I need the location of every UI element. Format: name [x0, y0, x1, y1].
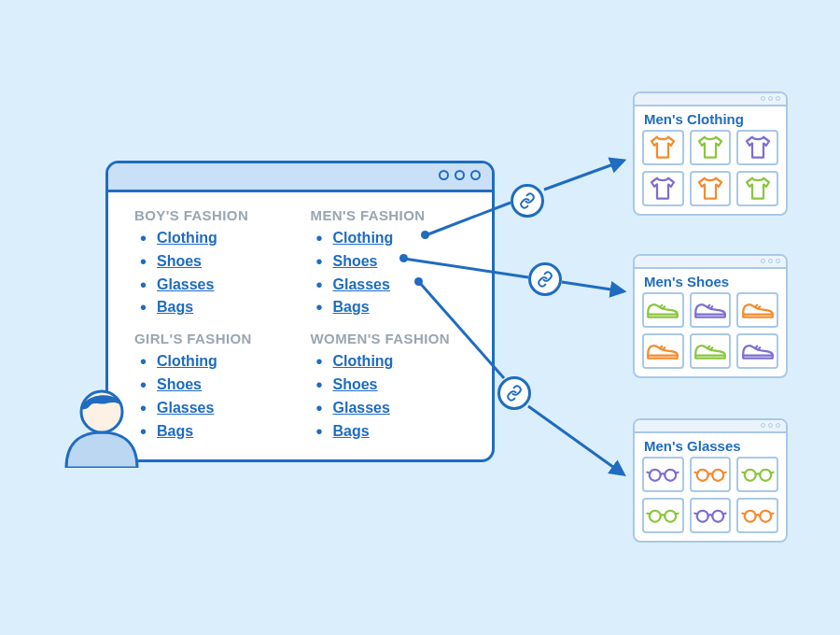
svg-point-31: [665, 511, 677, 522]
svg-point-34: [697, 511, 708, 522]
link-icon: [497, 376, 531, 410]
category-heading-girls: GIRL'S FASHION: [134, 331, 303, 346]
main-window-content: BOY'S FASHION Clothing Shoes Glasses Bag…: [108, 192, 492, 448]
target-shoes-grid: [635, 292, 786, 376]
product-tile-sneaker[interactable]: [736, 333, 778, 369]
link-womens-clothing[interactable]: Clothing: [333, 353, 394, 369]
svg-line-29: [770, 473, 773, 473]
svg-point-39: [760, 511, 771, 522]
svg-line-2: [663, 306, 665, 308]
link-boys-glasses[interactable]: Glasses: [157, 276, 214, 292]
svg-line-25: [722, 473, 725, 473]
target-glasses-titlebar: [635, 420, 786, 433]
svg-line-14: [710, 347, 712, 349]
main-window-titlebar: [108, 163, 492, 192]
product-tile-tshirt[interactable]: [642, 130, 684, 165]
link-womens-glasses[interactable]: Glasses: [333, 400, 390, 416]
product-tile-glasses[interactable]: [642, 498, 684, 533]
svg-line-7: [755, 305, 757, 307]
window-controls: [439, 170, 481, 180]
svg-line-24: [694, 473, 697, 473]
svg-line-4: [707, 305, 709, 307]
origin-dot-shoes: [399, 254, 408, 262]
link-girls-shoes[interactable]: Shoes: [157, 376, 202, 392]
link-girls-clothing[interactable]: Clothing: [157, 353, 217, 369]
svg-line-13: [707, 346, 709, 348]
product-tile-glasses[interactable]: [690, 498, 732, 533]
svg-line-16: [755, 346, 757, 348]
link-womens-shoes[interactable]: Shoes: [333, 376, 378, 392]
category-heading-womens: WOMEN'S FASHION: [311, 331, 480, 346]
category-list-mens: Clothing Shoes Glasses Bags: [311, 227, 480, 319]
svg-line-33: [676, 514, 679, 515]
link-womens-bags[interactable]: Bags: [333, 423, 370, 439]
svg-point-26: [744, 470, 755, 481]
window-controls: [761, 259, 780, 263]
origin-dot-clothing: [421, 231, 429, 239]
link-girls-bags[interactable]: Bags: [157, 423, 193, 439]
product-tile-tshirt[interactable]: [642, 171, 684, 206]
svg-point-30: [650, 511, 661, 522]
category-list-womens: Clothing Shoes Glasses Bags: [311, 350, 480, 443]
category-heading-mens: MEN'S FASHION: [311, 207, 480, 223]
category-girls: GIRL'S FASHION Clothing Shoes Glasses Ba…: [134, 331, 303, 448]
link-mens-bags[interactable]: Bags: [333, 299, 370, 315]
link-mens-clothing[interactable]: Clothing: [333, 230, 394, 246]
product-tile-sneaker[interactable]: [642, 292, 684, 328]
svg-point-38: [744, 511, 755, 522]
svg-line-41: [770, 514, 773, 515]
window-controls: [761, 423, 780, 428]
target-window-glasses: Men's Glasses: [633, 418, 788, 543]
link-girls-glasses[interactable]: Glasses: [157, 400, 214, 416]
target-shoes-titlebar: [635, 256, 786, 269]
product-tile-tshirt[interactable]: [690, 171, 732, 206]
svg-line-11: [663, 347, 665, 349]
svg-line-1: [660, 305, 662, 307]
link-mens-shoes[interactable]: Shoes: [333, 253, 378, 269]
svg-line-21: [676, 473, 679, 473]
link-icon: [528, 262, 562, 296]
category-heading-boys: BOY'S FASHION: [134, 207, 303, 223]
svg-point-23: [712, 470, 723, 481]
product-tile-glasses[interactable]: [642, 457, 684, 492]
svg-point-22: [697, 470, 708, 481]
svg-line-36: [694, 514, 697, 515]
target-glasses-grid: [635, 457, 786, 541]
svg-point-35: [712, 511, 723, 522]
link-boys-bags[interactable]: Bags: [157, 299, 193, 315]
product-tile-sneaker[interactable]: [690, 333, 732, 369]
target-clothing-grid: [635, 130, 786, 214]
svg-point-27: [760, 470, 771, 481]
svg-point-19: [665, 470, 677, 481]
product-tile-sneaker[interactable]: [690, 292, 732, 328]
target-window-shoes: Men's Shoes: [633, 254, 788, 378]
main-browser-window: BOY'S FASHION Clothing Shoes Glasses Bag…: [105, 161, 495, 462]
target-glasses-title: Men's Glasses: [635, 433, 786, 457]
svg-line-44: [544, 161, 623, 190]
svg-line-32: [648, 514, 651, 515]
target-shoes-title: Men's Shoes: [635, 269, 786, 292]
category-boys: BOY'S FASHION Clothing Shoes Glasses Bag…: [134, 207, 303, 325]
svg-line-28: [742, 473, 745, 473]
category-list-girls: Clothing Shoes Glasses Bags: [134, 350, 303, 443]
category-list-boys: Clothing Shoes Glasses Bags: [134, 227, 303, 319]
product-tile-tshirt[interactable]: [690, 130, 732, 165]
link-boys-clothing[interactable]: Clothing: [157, 230, 217, 246]
origin-dot-glasses: [414, 277, 423, 286]
product-tile-sneaker[interactable]: [736, 292, 778, 328]
target-clothing-title: Men's Clothing: [635, 106, 786, 130]
target-clothing-titlebar: [635, 93, 786, 106]
product-tile-tshirt[interactable]: [736, 130, 778, 165]
link-mens-glasses[interactable]: Glasses: [333, 276, 390, 292]
target-window-clothing: Men's Clothing: [633, 92, 788, 216]
category-mens: MEN'S FASHION Clothing Shoes Glasses Bag…: [311, 207, 480, 325]
product-tile-glasses[interactable]: [736, 498, 778, 533]
svg-line-8: [758, 306, 760, 308]
product-tile-glasses[interactable]: [736, 457, 778, 492]
product-tile-tshirt[interactable]: [736, 171, 778, 206]
product-tile-glasses[interactable]: [690, 457, 732, 492]
product-tile-sneaker[interactable]: [642, 333, 684, 369]
link-boys-shoes[interactable]: Shoes: [157, 253, 202, 269]
category-womens: WOMEN'S FASHION Clothing Shoes Glasses B…: [311, 331, 480, 448]
user-avatar: [60, 380, 144, 468]
